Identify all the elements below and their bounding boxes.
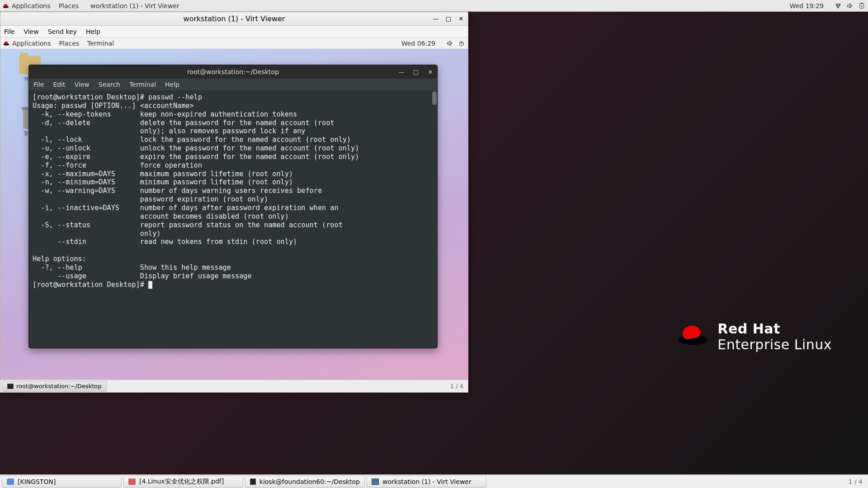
task-label: kiosk@foundation60:~/Desktop bbox=[259, 478, 360, 485]
host-task-terminal[interactable]: kiosk@foundation60:~/Desktop bbox=[245, 476, 365, 488]
terminal-window: root@workstation:~/Desktop — □ ✕ File Ed… bbox=[28, 65, 438, 348]
power-icon[interactable] bbox=[458, 40, 465, 47]
task-label: [KINGSTON] bbox=[18, 478, 56, 485]
guest-menu-places[interactable]: Places bbox=[59, 40, 80, 47]
pdf-icon bbox=[128, 479, 136, 485]
redhat-hat-icon bbox=[679, 326, 708, 347]
guest-taskbar: root@workstation:~/Desktop 1 / 4 bbox=[0, 380, 468, 392]
term-menu-terminal[interactable]: Terminal bbox=[129, 81, 156, 88]
close-button[interactable]: ✕ bbox=[426, 68, 434, 76]
host-taskbar: [KINGSTON] [4.Linux安全优化之权限.pdf] kiosk@fo… bbox=[0, 474, 868, 488]
battery-icon[interactable] bbox=[858, 2, 865, 9]
redhat-brand-logo: Red Hat Enterprise Linux bbox=[679, 321, 832, 352]
guest-topbar: Applications Places Terminal Wed 06:29 bbox=[0, 38, 468, 49]
virt-menu-help[interactable]: Help bbox=[86, 28, 100, 35]
guest-desktop: Applications Places Terminal Wed 06:29 r… bbox=[0, 38, 468, 392]
term-menu-help[interactable]: Help bbox=[165, 81, 179, 88]
terminal-body[interactable]: [root@workstation Desktop]# passwd --hel… bbox=[29, 90, 437, 348]
host-clock[interactable]: Wed 19:29 bbox=[790, 2, 824, 9]
svg-point-1 bbox=[4, 4, 7, 6]
host-menu-places[interactable]: Places bbox=[59, 2, 79, 9]
volume-icon[interactable] bbox=[846, 2, 854, 9]
brand-line2: Enterprise Linux bbox=[717, 337, 832, 352]
close-button[interactable]: ✕ bbox=[456, 14, 466, 23]
task-label: workstation (1) - Virt Viewer bbox=[382, 478, 472, 485]
maximize-button[interactable]: □ bbox=[443, 14, 453, 23]
virt-menu-file[interactable]: File bbox=[4, 28, 14, 35]
host-task-kingston[interactable]: [KINGSTON] bbox=[2, 476, 122, 488]
terminal-titlebar[interactable]: root@workstation:~/Desktop — □ ✕ bbox=[29, 65, 437, 79]
term-menu-file[interactable]: File bbox=[33, 81, 44, 88]
term-menu-search[interactable]: Search bbox=[99, 81, 120, 88]
guest-task-label: root@workstation:~/Desktop bbox=[16, 383, 102, 389]
disk-icon bbox=[7, 479, 14, 485]
maximize-button[interactable]: □ bbox=[412, 68, 420, 76]
host-task-pdf[interactable]: [4.Linux安全优化之权限.pdf] bbox=[123, 476, 243, 488]
virt-window-title: workstation (1) - Virt Viewer bbox=[184, 14, 285, 23]
terminal-menubar: File Edit View Search Terminal Help bbox=[29, 79, 437, 90]
terminal-output: [root@workstation Desktop]# passwd --hel… bbox=[33, 93, 434, 289]
virt-menubar: File View Send key Help bbox=[0, 26, 468, 38]
guest-active-app[interactable]: Terminal bbox=[87, 40, 114, 47]
virt-viewer-window: workstation (1) - Virt Viewer — □ ✕ File… bbox=[0, 12, 468, 393]
terminal-icon bbox=[250, 479, 256, 485]
terminal-title: root@workstation:~/Desktop bbox=[187, 68, 279, 75]
virt-menu-view[interactable]: View bbox=[24, 28, 38, 35]
brand-line1: Red Hat bbox=[717, 321, 832, 337]
guest-task-terminal[interactable]: root@workstation:~/Desktop bbox=[2, 381, 107, 392]
virt-menu-sendkey[interactable]: Send key bbox=[48, 28, 77, 35]
virt-titlebar[interactable]: workstation (1) - Virt Viewer — □ ✕ bbox=[0, 12, 468, 26]
volume-icon[interactable] bbox=[446, 40, 453, 47]
host-topbar: Applications Places workstation (1) - Vi… bbox=[0, 0, 868, 12]
term-menu-edit[interactable]: Edit bbox=[53, 81, 65, 88]
host-menu-applications[interactable]: Applications bbox=[12, 2, 51, 9]
redhat-icon bbox=[3, 3, 9, 9]
minimize-button[interactable]: — bbox=[397, 68, 406, 76]
redhat-icon bbox=[3, 40, 9, 47]
host-workspace-indicator[interactable]: 1 / 4 bbox=[849, 478, 863, 485]
network-icon[interactable] bbox=[835, 2, 842, 9]
task-label: [4.Linux安全优化之权限.pdf] bbox=[139, 478, 224, 486]
term-menu-view[interactable]: View bbox=[75, 81, 90, 88]
guest-clock[interactable]: Wed 06:29 bbox=[401, 40, 435, 47]
host-task-virtviewer[interactable]: workstation (1) - Virt Viewer bbox=[367, 476, 486, 488]
host-active-app[interactable]: workstation (1) - Virt Viewer bbox=[90, 2, 179, 9]
display-icon bbox=[372, 479, 379, 485]
svg-rect-3 bbox=[861, 3, 863, 4]
svg-point-5 bbox=[4, 41, 8, 44]
minimize-button[interactable]: — bbox=[431, 14, 441, 23]
scrollbar-thumb[interactable] bbox=[432, 91, 437, 105]
guest-menu-applications[interactable]: Applications bbox=[12, 40, 51, 47]
guest-workspace-indicator[interactable]: 1 / 4 bbox=[450, 383, 463, 389]
terminal-icon bbox=[7, 384, 14, 389]
